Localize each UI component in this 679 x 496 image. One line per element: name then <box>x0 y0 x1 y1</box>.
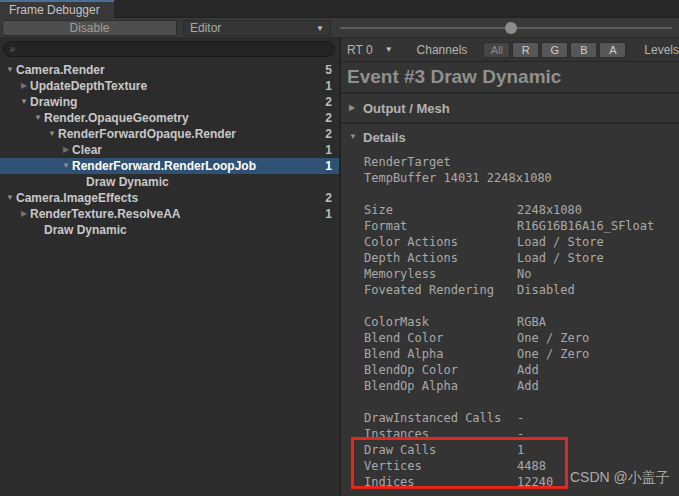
detail-row: Vertices4488 <box>364 458 679 474</box>
detail-row-value: 1 <box>517 442 524 458</box>
chevron-down-icon[interactable]: ▼ <box>60 162 72 170</box>
detail-row: MemorylessNo <box>364 266 679 282</box>
details-body: RenderTargetTempBuffer 14031 2248x1080Si… <box>341 150 679 490</box>
search-input[interactable] <box>20 43 320 55</box>
tree-item-count: 5 <box>325 63 332 77</box>
chevron-right-icon: ▶ <box>349 104 363 112</box>
detail-row-label: Indices <box>364 474 517 490</box>
chevron-down-icon[interactable]: ▼ <box>4 66 16 74</box>
editor-dropdown[interactable]: Editor ▼ <box>183 20 331 36</box>
detail-row: Instances- <box>364 426 679 442</box>
chevron-right-icon[interactable]: ▶ <box>18 82 30 90</box>
detail-row-label: Color Actions <box>364 234 517 250</box>
channel-button-g[interactable]: G <box>541 42 568 58</box>
detail-row-value: No <box>517 266 531 282</box>
search-icon: ⌕ <box>10 44 16 54</box>
tree-item[interactable]: ▶UpdateDepthTexture1 <box>0 78 339 94</box>
detail-row-value: 4488 <box>517 458 546 474</box>
channels-label: Channels <box>417 43 468 57</box>
frame-debugger-window: Frame Debugger Disable Editor ▼ ⌕ ▼Camer… <box>0 0 679 496</box>
search-field[interactable]: ⌕ <box>3 41 335 57</box>
tree-item-label: RenderForwardOpaque.Render <box>58 127 236 141</box>
detail-row-value: Load / Store <box>517 234 604 250</box>
tree-item[interactable]: ▼RenderForwardOpaque.Render2 <box>0 126 339 142</box>
chevron-down-icon: ▼ <box>385 45 393 54</box>
channel-button-all[interactable]: All <box>483 42 510 58</box>
detail-row-label: Blend Alpha <box>364 346 517 362</box>
tree-item[interactable]: ▼RenderForward.RenderLoopJob1 <box>0 158 339 174</box>
tree-item-count: 2 <box>325 127 332 141</box>
channel-button-a[interactable]: A <box>599 42 626 58</box>
disable-button[interactable]: Disable <box>2 20 177 36</box>
detail-row-label: Memoryless <box>364 266 517 282</box>
tree-item-label: Draw Dynamic <box>86 175 169 189</box>
detail-row: Size2248x1080 <box>364 202 679 218</box>
output-mesh-foldout[interactable]: ▶ Output / Mesh <box>341 94 679 124</box>
event-title: Event #3 Draw Dynamic <box>347 66 561 88</box>
detail-row-label: Depth Actions <box>364 250 517 266</box>
tab-frame-debugger[interactable]: Frame Debugger <box>0 0 114 18</box>
tree-item-label: RenderForward.RenderLoopJob <box>72 159 256 173</box>
output-mesh-label: Output / Mesh <box>363 101 450 116</box>
tree-item-label: RenderTexture.ResolveAA <box>30 207 181 221</box>
chevron-right-icon[interactable]: ▶ <box>60 146 72 154</box>
detail-header-line: RenderTarget <box>364 154 679 170</box>
detail-row-label: Blend Color <box>364 330 517 346</box>
detail-row: DrawInstanced Calls- <box>364 410 679 426</box>
tree-item[interactable]: ▼Drawing2 <box>0 94 339 110</box>
chevron-down-icon[interactable]: ▼ <box>46 130 58 138</box>
detail-row: Blend AlphaOne / Zero <box>364 346 679 362</box>
detail-row-value: - <box>517 426 524 442</box>
tree-item[interactable]: ▼Camera.Render5 <box>0 62 339 78</box>
chevron-down-icon[interactable]: ▼ <box>18 98 30 106</box>
tree-item[interactable]: Draw Dynamic <box>0 222 339 238</box>
preview-toolbar: RT 0 ▼ Channels AllRGBA Levels <box>341 38 679 62</box>
detail-row-value: Add <box>517 378 539 394</box>
channel-button-r[interactable]: R <box>512 42 539 58</box>
details-label: Details <box>363 130 406 145</box>
detail-row-label: ColorMask <box>364 314 517 330</box>
render-target-dropdown[interactable]: RT 0 ▼ <box>341 43 401 57</box>
tree-item[interactable]: ▼Camera.ImageEffects2 <box>0 190 339 206</box>
tree-item-label: Camera.Render <box>16 63 105 77</box>
detail-row-value: Disabled <box>517 282 575 298</box>
chevron-down-icon: ▼ <box>349 133 363 141</box>
tree-item-label: UpdateDepthTexture <box>30 79 147 93</box>
chevron-down-icon: ▼ <box>316 24 324 33</box>
event-scrub-slider[interactable] <box>340 20 676 36</box>
detail-header-line: TempBuffer 14031 2248x1080 <box>364 170 679 186</box>
tree-item[interactable]: ▼Render.OpaqueGeometry2 <box>0 110 339 126</box>
tree-item-count: 1 <box>325 143 332 157</box>
tree-item[interactable]: Draw Dynamic <box>0 174 339 190</box>
channel-button-b[interactable]: B <box>570 42 597 58</box>
detail-group-gap <box>364 298 679 314</box>
detail-row: Draw Calls1 <box>364 442 679 458</box>
detail-row-label: Vertices <box>364 458 517 474</box>
detail-row-label: BlendOp Color <box>364 362 517 378</box>
tree-item-label: Clear <box>72 143 102 157</box>
detail-row-label: Format <box>364 218 517 234</box>
detail-row-value: 2248x1080 <box>517 202 582 218</box>
detail-row-label: Instances <box>364 426 517 442</box>
chevron-down-icon[interactable]: ▼ <box>32 114 44 122</box>
tree-item-count: 2 <box>325 191 332 205</box>
tree-item-label: Drawing <box>30 95 77 109</box>
detail-row-value: Add <box>517 362 539 378</box>
event-header: Event #3 Draw Dynamic <box>341 62 679 94</box>
detail-row-label: Size <box>364 202 517 218</box>
detail-row: FormatR16G16B16A16_SFloat <box>364 218 679 234</box>
slider-handle[interactable] <box>505 22 517 34</box>
disable-button-label: Disable <box>69 21 109 35</box>
tree-item[interactable]: ▶RenderTexture.ResolveAA1 <box>0 206 339 222</box>
chevron-down-icon[interactable]: ▼ <box>4 194 16 202</box>
detail-row-label: Draw Calls <box>364 442 517 458</box>
event-tree-panel: ⌕ ▼Camera.Render5▶UpdateDepthTexture1▼Dr… <box>0 38 339 496</box>
tree-item[interactable]: ▶Clear1 <box>0 142 339 158</box>
levels-label: Levels <box>644 43 679 57</box>
detail-row-value: RGBA <box>517 314 546 330</box>
chevron-right-icon[interactable]: ▶ <box>18 210 30 218</box>
detail-row-value: - <box>517 410 524 426</box>
detail-row-value: One / Zero <box>517 346 589 362</box>
channel-button-group: AllRGBA <box>483 42 626 58</box>
details-foldout[interactable]: ▼ Details <box>341 124 679 150</box>
